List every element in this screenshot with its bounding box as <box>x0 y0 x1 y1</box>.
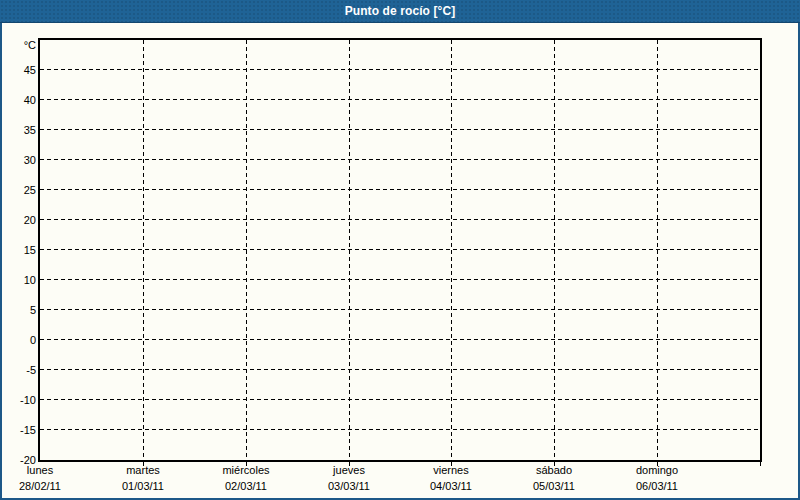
x-day-label: lunes <box>0 463 92 477</box>
v-gridline <box>554 40 555 460</box>
x-date-label: 05/03/11 <box>502 479 606 493</box>
y-tick-label: 45 <box>2 63 36 77</box>
x-tick-mark <box>760 462 761 466</box>
x-date-label: 06/03/11 <box>605 479 709 493</box>
x-date-label: 03/03/11 <box>297 479 401 493</box>
y-tick-label: -10 <box>2 393 36 407</box>
y-tick-label: 40 <box>2 93 36 107</box>
y-tick-label: 30 <box>2 153 36 167</box>
y-tick-label: 10 <box>2 273 36 287</box>
v-gridline <box>657 40 658 460</box>
v-gridline <box>349 40 350 460</box>
x-day-label: miércoles <box>194 463 298 477</box>
h-gridline <box>40 189 760 190</box>
x-day-label: viernes <box>399 463 503 477</box>
x-date-label: 02/03/11 <box>194 479 298 493</box>
y-tick-label: 25 <box>2 183 36 197</box>
h-gridline <box>40 249 760 250</box>
y-tick-label: 5 <box>2 303 36 317</box>
y-tick-label: 0 <box>2 333 36 347</box>
h-gridline <box>40 399 760 400</box>
x-date-label: 01/03/11 <box>91 479 195 493</box>
v-gridline <box>143 40 144 460</box>
x-day-label: domingo <box>605 463 709 477</box>
y-tick-label: 20 <box>2 213 36 227</box>
h-gridline <box>40 99 760 100</box>
h-gridline <box>40 159 760 160</box>
y-axis-unit-label: °C <box>2 38 36 52</box>
v-gridline <box>451 40 452 460</box>
h-gridline <box>40 279 760 280</box>
h-gridline <box>40 339 760 340</box>
h-gridline <box>40 429 760 430</box>
h-gridline <box>40 219 760 220</box>
chart-title: Punto de rocío [°C] <box>345 4 456 18</box>
h-gridline <box>40 369 760 370</box>
y-tick-label: 15 <box>2 243 36 257</box>
x-day-label: sábado <box>502 463 606 477</box>
y-tick-label: -5 <box>2 363 36 377</box>
h-gridline <box>40 309 760 310</box>
x-day-label: martes <box>91 463 195 477</box>
y-tick-label: -15 <box>2 423 36 437</box>
x-day-label: jueves <box>297 463 401 477</box>
chart-canvas: °C 454035302520151050-5-10-15-20lunes28/… <box>0 22 800 500</box>
x-date-label: 28/02/11 <box>0 479 92 493</box>
y-tick-label: 35 <box>2 123 36 137</box>
v-gridline <box>246 40 247 460</box>
plot-area <box>38 38 762 462</box>
chart-window: Punto de rocío [°C] °C 45403530252015105… <box>0 0 800 500</box>
x-date-label: 04/03/11 <box>399 479 503 493</box>
h-gridline <box>40 69 760 70</box>
h-gridline <box>40 129 760 130</box>
title-bar: Punto de rocío [°C] <box>0 0 800 23</box>
